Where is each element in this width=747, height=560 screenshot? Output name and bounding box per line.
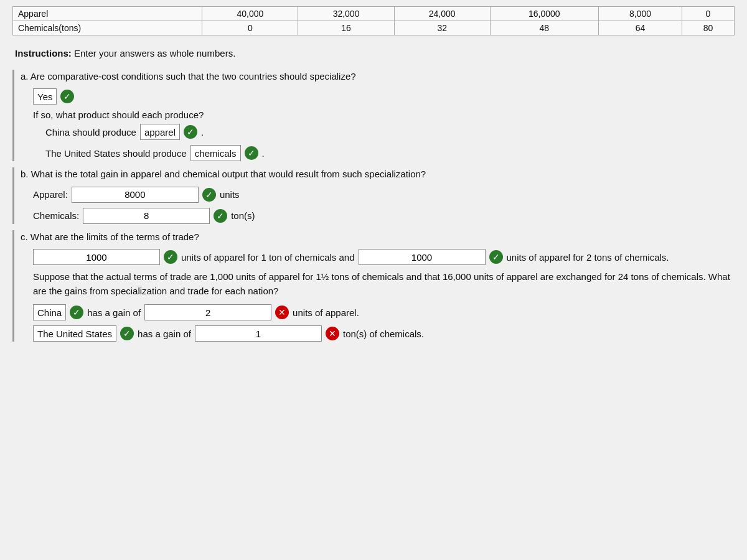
china-produce-prefix: China should produce xyxy=(45,127,136,138)
china-gain-input[interactable] xyxy=(144,304,271,320)
apparel-label: Apparel: xyxy=(33,189,68,200)
us-gain-text: has a gain of xyxy=(138,329,191,339)
table-cell: 40,000 xyxy=(202,7,298,21)
china-produce-dropdown[interactable]: apparel xyxy=(140,124,180,140)
china-check-icon: ✓ xyxy=(184,125,197,139)
if-so-text: If so, what product should each produce? xyxy=(33,110,735,120)
production-table: Apparel40,00032,00024,00016,00008,0000Ch… xyxy=(12,6,735,35)
section-a-question: a. Are comparative-cost conditions such … xyxy=(21,70,735,84)
instructions-bold: Instructions: Enter your answers as whol… xyxy=(15,48,235,58)
china-gain-suffix: units of apparel. xyxy=(293,307,359,318)
us-gain-dropdown[interactable]: The United States xyxy=(33,325,116,342)
section-b: b. What is the total gain in apparel and… xyxy=(12,167,735,224)
us-check-icon: ✓ xyxy=(245,146,258,160)
china-gain-x-icon: ✕ xyxy=(275,306,289,319)
us-gain-check-icon: ✓ xyxy=(120,327,134,340)
apparel-value-input[interactable] xyxy=(72,187,199,203)
table-cell: 16,0000 xyxy=(490,7,598,21)
terms-of-trade-row: ✓ units of apparel for 1 ton of chemical… xyxy=(33,249,735,265)
page: Apparel40,00032,00024,00016,00008,0000Ch… xyxy=(0,0,747,560)
section-c: c. What are the limits of the terms of t… xyxy=(12,230,735,342)
terms-check1-icon: ✓ xyxy=(164,250,177,264)
terms-middle-text: units of apparel for 1 ton of chemicals … xyxy=(181,252,355,263)
table-cell: 48 xyxy=(490,21,598,35)
us-produce-prefix: The United States should produce xyxy=(45,148,187,159)
chemicals-suffix: ton(s) xyxy=(231,210,255,221)
us-gain-suffix: ton(s) of chemicals. xyxy=(343,329,424,339)
table-cell-label: Apparel xyxy=(13,7,202,21)
table-cell: 0 xyxy=(202,21,298,35)
yes-dropdown[interactable]: Yes xyxy=(33,88,57,105)
chemicals-gain-row: Chemicals: ✓ ton(s) xyxy=(33,208,735,224)
us-produce-dropdown[interactable]: chemicals xyxy=(190,145,241,161)
terms-value2-input[interactable] xyxy=(359,249,486,265)
table-cell: 24,000 xyxy=(394,7,490,21)
us-gain-input[interactable] xyxy=(195,325,322,342)
table-cell: 8,000 xyxy=(598,7,682,21)
china-gain-check-icon: ✓ xyxy=(70,306,83,319)
table-row: Chemicals(tons)01632486480 xyxy=(13,21,735,35)
instructions: Instructions: Enter your answers as whol… xyxy=(12,47,735,61)
section-a: a. Are comparative-cost conditions such … xyxy=(12,70,735,162)
chemicals-value-input[interactable] xyxy=(83,208,210,224)
apparel-gain-row: Apparel: ✓ units xyxy=(33,187,735,203)
table-row: Apparel40,00032,00024,00016,00008,0000 xyxy=(13,7,735,21)
table-cell: 32 xyxy=(394,21,490,35)
us-gain-row: The United States ✓ has a gain of ✕ ton(… xyxy=(33,325,735,342)
terms-check2-icon: ✓ xyxy=(489,250,503,264)
china-gain-dropdown[interactable]: China xyxy=(33,304,66,320)
yes-row: Yes ✓ xyxy=(33,88,735,105)
table-cell: 0 xyxy=(682,7,734,21)
table-cell: 16 xyxy=(298,21,394,35)
chemicals-check-icon: ✓ xyxy=(214,209,227,223)
apparel-check-icon: ✓ xyxy=(202,188,216,202)
china-gain-text: has a gain of xyxy=(87,307,141,318)
section-b-question: b. What is the total gain in apparel and… xyxy=(21,167,735,182)
section-c-question: c. What are the limits of the terms of t… xyxy=(21,230,735,245)
china-gain-row: China ✓ has a gain of ✕ units of apparel… xyxy=(33,304,735,320)
us-gain-x-icon: ✕ xyxy=(326,327,339,340)
yes-check-icon: ✓ xyxy=(60,90,74,103)
table-cell: 64 xyxy=(598,21,682,35)
table-cell: 32,000 xyxy=(298,7,394,21)
suppose-paragraph: Suppose that the actual terms of trade a… xyxy=(33,270,735,298)
table-cell-label: Chemicals(tons) xyxy=(13,21,202,35)
chemicals-label: Chemicals: xyxy=(33,210,79,221)
terms-end-text: units of apparel for 2 tons of chemicals… xyxy=(507,252,669,263)
china-produce-row: China should produce apparel ✓ . xyxy=(45,124,735,140)
us-produce-row: The United States should produce chemica… xyxy=(45,145,735,161)
table-cell: 80 xyxy=(682,21,734,35)
apparel-suffix: units xyxy=(220,189,240,200)
terms-value1-input[interactable] xyxy=(33,249,160,265)
